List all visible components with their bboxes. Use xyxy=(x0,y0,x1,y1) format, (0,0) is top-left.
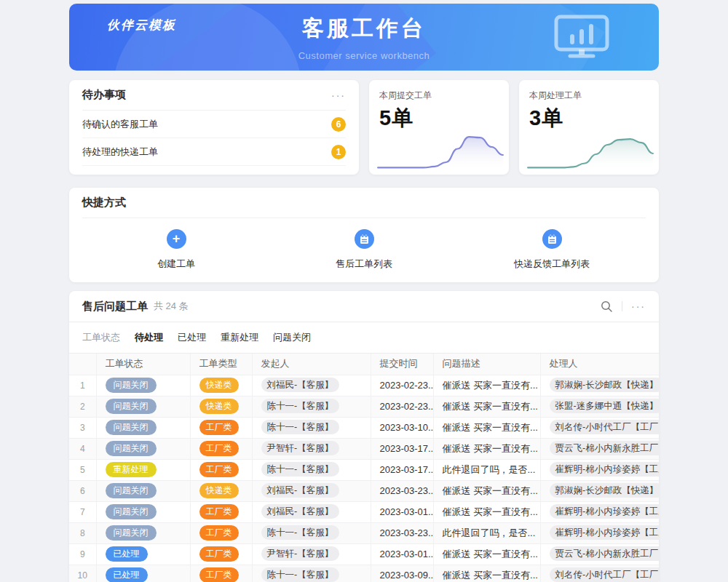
row-index: 9 xyxy=(69,543,96,565)
type-badge: 工厂类 xyxy=(199,420,239,434)
table-row[interactable]: 2 问题关闭 快递类 陈十一-【客服】 2023-02-23... 催派送 买家… xyxy=(69,396,659,417)
row-index: 8 xyxy=(69,522,96,543)
table-row[interactable]: 1 问题关闭 快递类 刘福民-【客服】 2023-02-23... 催派送 买家… xyxy=(69,375,659,396)
status-badge: 问题关闭 xyxy=(106,441,157,455)
status-badge: 问题关闭 xyxy=(106,483,157,498)
initiator-tag: 刘福民-【客服】 xyxy=(261,483,340,498)
shortcut-button[interactable]: 快递反馈工单列表 xyxy=(479,229,625,271)
shortcuts-title: 快捷方式 xyxy=(82,196,126,210)
table-row[interactable]: 3 问题关闭 工厂类 陈十一-【客服】 2023-03-10... 催派送 买家… xyxy=(69,417,659,438)
submit-time: 2023-03-09... xyxy=(371,565,433,582)
row-index: 4 xyxy=(69,438,96,459)
table-row[interactable]: 8 问题关闭 工厂类 陈十一-【客服】 2023-03-23... 此件退回了吗… xyxy=(69,522,659,543)
initiator-tag: 陈十一-【客服】 xyxy=(261,567,340,582)
todo-count-badge: 6 xyxy=(331,117,346,132)
submit-time: 2023-03-17... xyxy=(371,459,433,480)
worksheet-count: 共 24 条 xyxy=(154,300,189,313)
row-index: 10 xyxy=(69,565,96,582)
page-content: 伙伴云模板 客服工作台 Customer service workbench 待 xyxy=(69,4,659,582)
submit-time: 2023-03-23... xyxy=(371,522,433,543)
status-badge: 已处理 xyxy=(106,546,148,561)
ticket-table-body: 1 问题关闭 快递类 刘福民-【客服】 2023-02-23... 催派送 买家… xyxy=(69,375,659,582)
table-row[interactable]: 5 重新处理 工厂类 陈十一-【客服】 2023-03-17... 此件退回了吗… xyxy=(69,459,659,480)
row-index: 5 xyxy=(69,459,96,480)
submit-time: 2023-02-23... xyxy=(371,375,433,396)
table-row[interactable]: 4 问题关闭 工厂类 尹智轩-【客服】 2023-03-17... 催派送 买家… xyxy=(69,438,659,459)
handler-tag: 郭淑娴-长沙邮政【快递】 xyxy=(550,378,660,392)
handler-tag: 贾云飞-棉小内新永胜工厂【工厂】 xyxy=(550,441,660,455)
column-header: 工单类型 xyxy=(190,354,252,375)
issue-description: 催派送 买家一直没有... xyxy=(433,375,540,396)
submit-time: 2023-03-17... xyxy=(371,438,433,459)
todo-item-label: 待处理的快递工单 xyxy=(82,146,158,159)
sparkline-chart xyxy=(376,129,505,171)
shortcut-label: 售后工单列表 xyxy=(336,258,392,271)
todo-count-badge: 1 xyxy=(331,145,346,159)
row-index: 2 xyxy=(69,396,96,417)
initiator-tag: 刘福民-【客服】 xyxy=(261,504,340,519)
row-index: 7 xyxy=(69,501,96,522)
status-badge: 问题关闭 xyxy=(106,420,157,434)
ticket-list-icon xyxy=(547,234,557,244)
shortcut-button[interactable]: 售后工单列表 xyxy=(291,229,437,271)
initiator-tag: 尹智轩-【客服】 xyxy=(261,441,340,455)
worksheet-card: 售后问题工单 共 24 条 ··· 工单状态 待处理已处理重新处理问题关闭 xyxy=(69,291,659,582)
type-badge: 工厂类 xyxy=(199,504,239,519)
search-icon[interactable] xyxy=(601,300,613,313)
more-icon[interactable]: ··· xyxy=(631,301,646,311)
divider xyxy=(622,301,622,311)
filter-option[interactable]: 问题关闭 xyxy=(273,331,311,344)
submit-time: 2023-03-01... xyxy=(371,501,433,522)
submit-time: 2023-02-23... xyxy=(371,396,433,417)
worksheet-title: 售后问题工单 xyxy=(82,300,148,314)
issue-description: 催派送 买家一直没有... xyxy=(433,543,540,565)
column-header: 处理人 xyxy=(540,354,659,375)
type-badge: 快递类 xyxy=(199,399,239,413)
initiator-tag: 刘福民-【客服】 xyxy=(261,378,340,392)
filter-option[interactable]: 已处理 xyxy=(178,331,206,344)
handler-tag: 刘名传-小时代工厂【工厂】 xyxy=(550,567,660,582)
type-badge: 工厂类 xyxy=(199,525,239,540)
type-badge: 工厂类 xyxy=(199,567,239,582)
initiator-tag: 陈十一-【客服】 xyxy=(261,399,340,413)
issue-description: 此件退回了吗，是否... xyxy=(433,522,540,543)
submit-time: 2023-03-23... xyxy=(371,480,433,501)
plus-icon: + xyxy=(173,232,181,245)
shortcut-button[interactable]: + 创建工单 xyxy=(103,229,249,271)
shortcuts-card: 快捷方式 + 创建工单 售后工单列表 xyxy=(69,188,659,282)
handler-tag: 张盟-迷多娜中通【快递】 xyxy=(550,399,660,413)
type-badge: 工厂类 xyxy=(199,546,239,561)
todo-list-item[interactable]: 待处理的快递工单 1 xyxy=(82,138,346,166)
row-index: 3 xyxy=(69,417,96,438)
stat-label: 本周处理工单 xyxy=(529,89,649,102)
status-badge: 问题关闭 xyxy=(106,399,157,413)
row-index: 1 xyxy=(69,375,96,396)
todo-list: 待确认的客服工单 6 待处理的快递工单 1 xyxy=(82,111,346,166)
filter-label: 工单状态 xyxy=(82,331,120,344)
handler-tag: 贾云飞-棉小内新永胜工厂【工厂】 xyxy=(550,546,660,561)
handler-tag: 崔辉明-棉小内珍姿婷【工厂】 xyxy=(550,462,660,477)
stat-card-processed: 本周处理工单 3单 xyxy=(519,80,659,175)
status-badge: 问题关闭 xyxy=(106,504,157,519)
header-banner: 伙伴云模板 客服工作台 Customer service workbench xyxy=(69,4,659,71)
summary-row: 待办事项 ··· 待确认的客服工单 6 待处理的快递工单 1 本周提交工单 5单… xyxy=(69,80,659,175)
table-row[interactable]: 9 已处理 工厂类 尹智轩-【客服】 2023-03-01... 催派送 买家一… xyxy=(69,543,659,565)
status-filter-row: 工单状态 待处理已处理重新处理问题关闭 xyxy=(69,322,659,354)
row-index: 6 xyxy=(69,480,96,501)
todo-list-item[interactable]: 待确认的客服工单 6 xyxy=(82,111,346,138)
sparkline-chart xyxy=(526,129,654,171)
initiator-tag: 陈十一-【客服】 xyxy=(261,525,340,540)
table-row[interactable]: 6 问题关闭 快递类 刘福民-【客服】 2023-03-23... 催派送 买家… xyxy=(69,480,659,501)
more-icon[interactable]: ··· xyxy=(331,90,346,100)
filter-option[interactable]: 待处理 xyxy=(135,331,163,344)
column-header-index xyxy=(69,354,96,375)
filter-option[interactable]: 重新处理 xyxy=(221,331,258,344)
table-row[interactable]: 10 已处理 工厂类 陈十一-【客服】 2023-03-09... 催派送 买家… xyxy=(69,565,659,582)
table-row[interactable]: 7 问题关闭 工厂类 刘福民-【客服】 2023-03-01... 催派送 买家… xyxy=(69,501,659,522)
stat-label: 本周提交工单 xyxy=(379,89,499,102)
issue-description: 催派送 买家一直没有... xyxy=(433,480,540,501)
issue-description: 催派送 买家一直没有... xyxy=(433,417,540,438)
issue-description: 催派送 买家一直没有... xyxy=(433,438,540,459)
type-badge: 工厂类 xyxy=(199,462,239,477)
ticket-list-icon xyxy=(360,234,369,244)
